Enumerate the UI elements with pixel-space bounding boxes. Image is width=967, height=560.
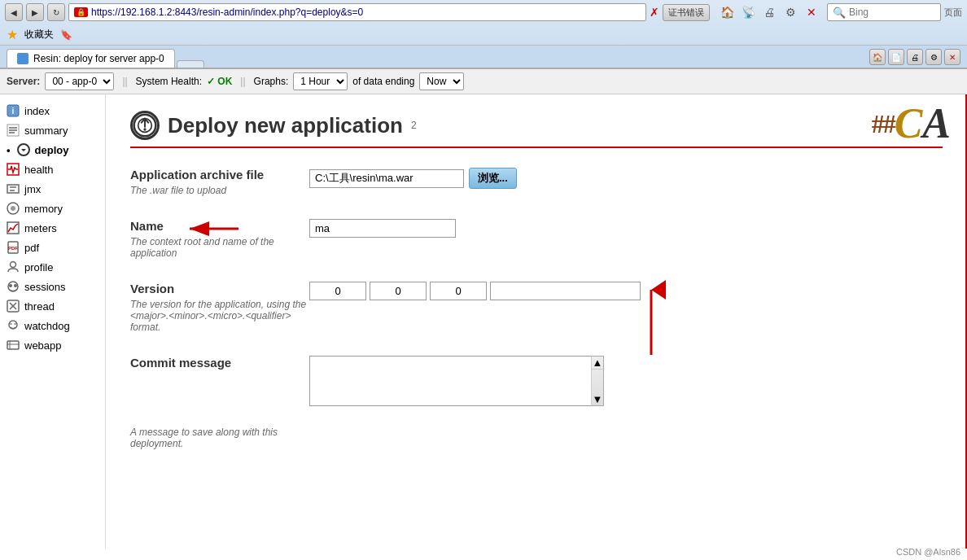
search-bar[interactable]: 🔍 <box>827 3 941 21</box>
tab-favicon <box>17 53 28 64</box>
scroll-down-btn[interactable]: ▼ <box>592 392 603 405</box>
sidebar-item-webapp[interactable]: webapp <box>0 335 105 355</box>
health-label: System Health: <box>136 76 202 87</box>
forward-button[interactable]: ▶ <box>26 3 44 21</box>
tab-title: Resin: deploy for server app-0 <box>33 53 164 64</box>
meters-icon <box>7 221 20 234</box>
page-title-sup: 2 <box>411 120 417 131</box>
commit-label: Commit message <box>130 356 309 370</box>
sidebar-item-summary[interactable]: summary <box>0 120 105 140</box>
sidebar-label-pdf: pdf <box>24 242 39 254</box>
svg-point-25 <box>11 323 12 325</box>
svg-point-17 <box>11 262 16 268</box>
sidebar-item-watchdog[interactable]: watchdog <box>0 316 105 335</box>
version-major-input[interactable] <box>309 282 366 300</box>
sidebar-label-sessions: sessions <box>24 281 66 293</box>
home-icon[interactable]: 🏠 <box>718 3 736 21</box>
sidebar-label-jmx: jmx <box>24 183 41 195</box>
search-input[interactable] <box>849 7 930 18</box>
sidebar-item-memory[interactable]: memory <box>0 199 105 218</box>
tab-back-button[interactable]: 🏠 <box>869 49 886 65</box>
toolbar-sep-2: || <box>240 76 245 87</box>
up-arrow <box>602 282 684 365</box>
back-button[interactable]: ◀ <box>5 3 23 21</box>
active-tab[interactable]: Resin: deploy for server app-0 <box>7 49 175 68</box>
page-menu-icon[interactable]: 页面 <box>944 3 962 21</box>
server-select[interactable]: 00 - app-0 <box>45 72 114 90</box>
content-area: ## C A Deploy new application 2 <box>106 94 967 549</box>
data-ending-label: of data ending <box>352 76 414 87</box>
sidebar-item-health[interactable]: health <box>0 160 105 179</box>
new-tab[interactable] <box>177 60 204 68</box>
svg-point-19 <box>9 284 12 287</box>
data-ending-select[interactable]: Now <box>419 72 464 90</box>
browse-button[interactable]: 浏览... <box>469 168 517 189</box>
print-icon[interactable]: 🖨 <box>760 3 778 21</box>
favorites-add-icon[interactable]: 🔖 <box>60 29 72 41</box>
scroll-up-btn[interactable]: ▲ <box>592 357 603 370</box>
tab-print-button[interactable]: 🖨 <box>907 49 923 65</box>
sidebar-item-deploy[interactable]: • deploy <box>0 140 105 160</box>
graphs-label: Graphs: <box>254 76 289 87</box>
browse-arrow-svg <box>602 282 684 363</box>
sidebar-label-webapp: webapp <box>24 339 62 352</box>
refresh-button[interactable]: ↻ <box>47 3 65 21</box>
tab-feed-button[interactable]: 📄 <box>888 49 904 65</box>
settings-icon[interactable]: ⚙ <box>781 3 799 21</box>
left-arrow <box>177 221 243 264</box>
server-label: Server: <box>7 76 40 87</box>
svg-text:i: i <box>12 107 15 116</box>
cert-error-button[interactable]: 证书错误 <box>663 4 710 21</box>
tab-settings-button[interactable]: ⚙ <box>925 49 942 65</box>
sidebar-label-health: health <box>24 164 53 176</box>
watchdog-icon <box>7 319 20 332</box>
archive-label: Application archive file <box>130 168 309 182</box>
logo-c: C <box>895 103 923 145</box>
archive-controls: 浏览... <box>309 168 517 189</box>
health-ok: ✓ OK <box>207 76 232 87</box>
sidebar-item-meters[interactable]: meters <box>0 218 105 238</box>
browser-titlebar: ◀ ▶ ↻ 🔒 https://192.168.1.2:8443/resin-a… <box>0 0 967 24</box>
address-bar[interactable]: 🔒 https://192.168.1.2:8443/resin-admin/i… <box>68 3 646 21</box>
version-label: Version <box>130 282 309 295</box>
sidebar-item-index[interactable]: i index <box>0 101 105 120</box>
name-section: Name The context root and name of the ap… <box>130 219 943 259</box>
commit-textarea[interactable] <box>309 356 604 406</box>
logo-a: A <box>922 103 951 145</box>
favorites-label: 收藏夹 <box>24 28 54 42</box>
archive-input[interactable] <box>309 169 464 188</box>
name-controls <box>309 219 456 238</box>
tab-close-button[interactable]: ✕ <box>944 49 960 65</box>
sidebar-item-jmx[interactable]: jmx <box>0 179 105 199</box>
sidebar: i index summary • deploy health <box>0 94 106 549</box>
logo-area: ## C A <box>872 103 951 145</box>
sidebar-label-profile: profile <box>24 261 53 273</box>
svg-marker-7 <box>21 146 26 151</box>
version-micro-input[interactable] <box>430 282 487 300</box>
sessions-icon <box>7 280 20 293</box>
sidebar-label-thread: thread <box>24 300 55 313</box>
graphs-select[interactable]: 1 Hour <box>293 72 348 90</box>
sidebar-item-pdf[interactable]: PDF pdf <box>0 238 105 257</box>
sidebar-item-sessions[interactable]: sessions <box>0 277 105 296</box>
toolbar-icons: 🏠 📡 🖨 ⚙ ✕ <box>718 3 820 21</box>
sidebar-item-thread[interactable]: thread <box>0 296 105 316</box>
feed-icon[interactable]: 📡 <box>739 3 757 21</box>
name-input[interactable] <box>309 219 456 238</box>
archive-section: Application archive file The .war file t… <box>130 168 943 196</box>
version-minor-input[interactable] <box>370 282 427 300</box>
main-layout: i index summary • deploy health <box>0 94 967 549</box>
sidebar-item-profile[interactable]: profile <box>0 257 105 277</box>
sidebar-label-memory: memory <box>24 203 63 215</box>
commit-row: Commit message A message to save along w… <box>130 356 943 449</box>
page-title: Deploy new application <box>168 113 403 138</box>
archive-hint: The .war file to upload <box>130 185 309 196</box>
archive-label-col: Application archive file The .war file t… <box>130 168 309 196</box>
close-icon[interactable]: ✕ <box>803 3 820 21</box>
commit-hint: A message to save along with this deploy… <box>130 427 309 449</box>
page-title-row: Deploy new application 2 <box>130 111 943 148</box>
svg-point-24 <box>9 321 17 329</box>
svg-text:PDF: PDF <box>8 246 18 251</box>
health-icon <box>7 163 20 176</box>
webapp-icon <box>7 339 20 352</box>
